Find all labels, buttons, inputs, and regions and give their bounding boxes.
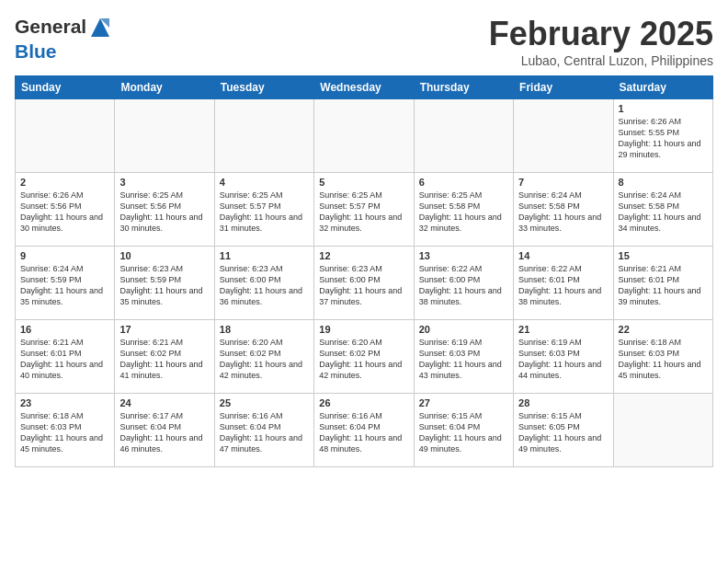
calendar-cell bbox=[613, 394, 712, 467]
weekday-header: Tuesday bbox=[214, 76, 313, 99]
weekday-header: Monday bbox=[115, 76, 214, 99]
calendar-cell: 9Sunrise: 6:24 AM Sunset: 5:59 PM Daylig… bbox=[16, 247, 115, 320]
calendar-header-row: SundayMondayTuesdayWednesdayThursdayFrid… bbox=[16, 76, 713, 99]
day-info: Sunrise: 6:22 AM Sunset: 6:01 PM Dayligh… bbox=[518, 263, 608, 308]
calendar-cell: 1Sunrise: 6:26 AM Sunset: 5:55 PM Daylig… bbox=[613, 99, 712, 173]
day-info: Sunrise: 6:16 AM Sunset: 6:04 PM Dayligh… bbox=[319, 410, 408, 455]
weekday-header: Saturday bbox=[613, 76, 712, 99]
day-info: Sunrise: 6:21 AM Sunset: 6:01 PM Dayligh… bbox=[619, 263, 708, 308]
calendar-cell: 6Sunrise: 6:25 AM Sunset: 5:58 PM Daylig… bbox=[414, 173, 513, 247]
day-number: 9 bbox=[20, 250, 109, 261]
day-number: 6 bbox=[419, 177, 508, 188]
calendar-cell: 19Sunrise: 6:20 AM Sunset: 6:02 PM Dayli… bbox=[314, 320, 414, 394]
calendar-cell bbox=[16, 99, 115, 173]
month-title: February 2025 bbox=[489, 15, 713, 53]
calendar-cell: 3Sunrise: 6:25 AM Sunset: 5:56 PM Daylig… bbox=[115, 173, 214, 247]
day-number: 28 bbox=[518, 397, 608, 408]
calendar-week-row: 9Sunrise: 6:24 AM Sunset: 5:59 PM Daylig… bbox=[16, 247, 713, 320]
calendar-cell: 17Sunrise: 6:21 AM Sunset: 6:02 PM Dayli… bbox=[115, 320, 214, 394]
day-info: Sunrise: 6:22 AM Sunset: 6:00 PM Dayligh… bbox=[419, 263, 508, 308]
calendar-cell: 27Sunrise: 6:15 AM Sunset: 6:04 PM Dayli… bbox=[414, 394, 513, 467]
calendar-week-row: 16Sunrise: 6:21 AM Sunset: 6:01 PM Dayli… bbox=[16, 320, 713, 394]
day-number: 27 bbox=[419, 397, 508, 408]
calendar-cell bbox=[214, 99, 313, 173]
day-number: 14 bbox=[518, 250, 608, 261]
day-number: 22 bbox=[619, 324, 708, 335]
calendar-cell: 22Sunrise: 6:18 AM Sunset: 6:03 PM Dayli… bbox=[613, 320, 712, 394]
day-number: 13 bbox=[419, 250, 508, 261]
calendar-cell bbox=[115, 99, 214, 173]
day-info: Sunrise: 6:20 AM Sunset: 6:02 PM Dayligh… bbox=[220, 337, 309, 382]
day-info: Sunrise: 6:20 AM Sunset: 6:02 PM Dayligh… bbox=[319, 337, 408, 382]
logo: General Blue bbox=[15, 15, 114, 63]
calendar-cell bbox=[414, 99, 513, 173]
day-number: 5 bbox=[319, 177, 408, 188]
location: Lubao, Central Luzon, Philippines bbox=[489, 53, 713, 68]
day-number: 8 bbox=[619, 177, 708, 188]
day-info: Sunrise: 6:26 AM Sunset: 5:56 PM Dayligh… bbox=[20, 190, 109, 235]
calendar-cell: 24Sunrise: 6:17 AM Sunset: 6:04 PM Dayli… bbox=[115, 394, 214, 467]
day-info: Sunrise: 6:24 AM Sunset: 5:59 PM Dayligh… bbox=[20, 263, 109, 308]
day-number: 21 bbox=[518, 324, 608, 335]
day-info: Sunrise: 6:25 AM Sunset: 5:56 PM Dayligh… bbox=[119, 190, 209, 235]
logo-blue: Blue bbox=[15, 40, 57, 62]
day-info: Sunrise: 6:23 AM Sunset: 6:00 PM Dayligh… bbox=[319, 263, 408, 308]
day-info: Sunrise: 6:21 AM Sunset: 6:02 PM Dayligh… bbox=[119, 337, 209, 382]
calendar-cell: 8Sunrise: 6:24 AM Sunset: 5:58 PM Daylig… bbox=[613, 173, 712, 247]
day-info: Sunrise: 6:25 AM Sunset: 5:57 PM Dayligh… bbox=[319, 190, 408, 235]
day-info: Sunrise: 6:15 AM Sunset: 6:05 PM Dayligh… bbox=[518, 410, 608, 455]
day-number: 4 bbox=[220, 177, 309, 188]
day-info: Sunrise: 6:24 AM Sunset: 5:58 PM Dayligh… bbox=[518, 190, 608, 235]
day-number: 1 bbox=[619, 103, 708, 114]
calendar-cell: 12Sunrise: 6:23 AM Sunset: 6:00 PM Dayli… bbox=[314, 247, 414, 320]
logo-general: General bbox=[15, 16, 86, 37]
calendar-cell: 10Sunrise: 6:23 AM Sunset: 5:59 PM Dayli… bbox=[115, 247, 214, 320]
calendar-cell bbox=[314, 99, 414, 173]
page-header: General Blue February 2025 Lubao, Centra… bbox=[15, 15, 713, 68]
day-info: Sunrise: 6:15 AM Sunset: 6:04 PM Dayligh… bbox=[419, 410, 508, 455]
day-number: 18 bbox=[220, 324, 309, 335]
title-block: February 2025 Lubao, Central Luzon, Phil… bbox=[489, 15, 713, 68]
calendar-cell: 7Sunrise: 6:24 AM Sunset: 5:58 PM Daylig… bbox=[514, 173, 613, 247]
day-number: 26 bbox=[319, 397, 408, 408]
day-info: Sunrise: 6:25 AM Sunset: 5:57 PM Dayligh… bbox=[220, 190, 309, 235]
day-info: Sunrise: 6:25 AM Sunset: 5:58 PM Dayligh… bbox=[419, 190, 508, 235]
day-number: 7 bbox=[518, 177, 608, 188]
calendar-cell: 16Sunrise: 6:21 AM Sunset: 6:01 PM Dayli… bbox=[16, 320, 115, 394]
day-info: Sunrise: 6:18 AM Sunset: 6:03 PM Dayligh… bbox=[619, 337, 708, 382]
day-info: Sunrise: 6:17 AM Sunset: 6:04 PM Dayligh… bbox=[119, 410, 209, 455]
calendar-week-row: 2Sunrise: 6:26 AM Sunset: 5:56 PM Daylig… bbox=[16, 173, 713, 247]
day-number: 24 bbox=[119, 397, 209, 408]
calendar-cell: 4Sunrise: 6:25 AM Sunset: 5:57 PM Daylig… bbox=[214, 173, 313, 247]
day-info: Sunrise: 6:23 AM Sunset: 6:00 PM Dayligh… bbox=[220, 263, 309, 308]
calendar-week-row: 1Sunrise: 6:26 AM Sunset: 5:55 PM Daylig… bbox=[16, 99, 713, 173]
calendar-cell: 21Sunrise: 6:19 AM Sunset: 6:03 PM Dayli… bbox=[514, 320, 613, 394]
day-number: 17 bbox=[119, 324, 209, 335]
calendar-table: SundayMondayTuesdayWednesdayThursdayFrid… bbox=[15, 75, 713, 467]
day-info: Sunrise: 6:21 AM Sunset: 6:01 PM Dayligh… bbox=[20, 337, 109, 382]
calendar-cell: 11Sunrise: 6:23 AM Sunset: 6:00 PM Dayli… bbox=[214, 247, 313, 320]
weekday-header: Friday bbox=[514, 76, 613, 99]
day-info: Sunrise: 6:16 AM Sunset: 6:04 PM Dayligh… bbox=[220, 410, 309, 455]
day-info: Sunrise: 6:18 AM Sunset: 6:03 PM Dayligh… bbox=[20, 410, 109, 455]
day-number: 11 bbox=[220, 250, 309, 261]
day-number: 2 bbox=[20, 177, 109, 188]
day-number: 16 bbox=[20, 324, 109, 335]
calendar-cell: 13Sunrise: 6:22 AM Sunset: 6:00 PM Dayli… bbox=[414, 247, 513, 320]
day-number: 25 bbox=[220, 397, 309, 408]
day-number: 10 bbox=[119, 250, 209, 261]
calendar-cell: 28Sunrise: 6:15 AM Sunset: 6:05 PM Dayli… bbox=[514, 394, 613, 467]
day-info: Sunrise: 6:26 AM Sunset: 5:55 PM Dayligh… bbox=[619, 116, 708, 161]
calendar-cell: 18Sunrise: 6:20 AM Sunset: 6:02 PM Dayli… bbox=[214, 320, 313, 394]
day-number: 12 bbox=[319, 250, 408, 261]
weekday-header: Sunday bbox=[16, 76, 115, 99]
calendar-cell: 20Sunrise: 6:19 AM Sunset: 6:03 PM Dayli… bbox=[414, 320, 513, 394]
day-info: Sunrise: 6:19 AM Sunset: 6:03 PM Dayligh… bbox=[419, 337, 508, 382]
calendar-cell: 23Sunrise: 6:18 AM Sunset: 6:03 PM Dayli… bbox=[16, 394, 115, 467]
calendar-cell: 15Sunrise: 6:21 AM Sunset: 6:01 PM Dayli… bbox=[613, 247, 712, 320]
weekday-header: Wednesday bbox=[314, 76, 414, 99]
day-info: Sunrise: 6:19 AM Sunset: 6:03 PM Dayligh… bbox=[518, 337, 608, 382]
day-number: 19 bbox=[319, 324, 408, 335]
day-number: 15 bbox=[619, 250, 708, 261]
day-number: 3 bbox=[119, 177, 209, 188]
